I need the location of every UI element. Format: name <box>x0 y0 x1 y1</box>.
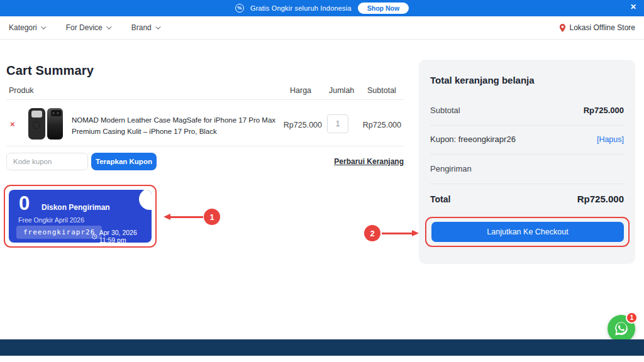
shipping-row: Pengiriman <box>430 164 624 173</box>
nav-item-label: Brand <box>131 23 152 32</box>
product-price: Rp725.000 <box>282 121 322 129</box>
product-image <box>23 106 68 142</box>
shop-now-button[interactable]: Shop Now <box>358 3 409 14</box>
coupon-code-input[interactable] <box>6 153 88 170</box>
nav-item-brand[interactable]: Brand <box>131 23 159 32</box>
divider <box>6 146 404 146</box>
col-header-jumlah: Jumlah <box>329 86 354 95</box>
store-locator-link[interactable]: Lokasi Offline Store <box>559 23 635 32</box>
percent-icon: % <box>235 4 244 13</box>
cart-page: % Gratis Ongkir seluruh Indonesia Shop N… <box>0 0 644 362</box>
store-locator-label: Lokasi Offline Store <box>569 23 635 32</box>
ticket-notch <box>139 190 152 210</box>
clock-icon <box>92 233 97 240</box>
annotation-arrow-2-head <box>412 230 419 236</box>
product-name[interactable]: NOMAD Modern Leather Case MagSafe for iP… <box>72 115 282 138</box>
quantity-input[interactable] <box>327 114 348 133</box>
annotation-arrow-1-line <box>170 216 203 218</box>
phone-case-back <box>47 108 63 140</box>
notification-badge: 1 <box>626 312 638 324</box>
col-header-harga: Harga <box>290 86 311 95</box>
apply-coupon-button[interactable]: Terapkan Kupon <box>91 153 157 170</box>
update-cart-link[interactable]: Perbarui Keranjang <box>334 157 404 166</box>
subtotal-row: Subtotal Rp725.000 <box>430 106 624 115</box>
col-header-produk: Produk <box>9 86 34 95</box>
coupon-title: Diskon Pengiriman <box>42 203 110 212</box>
chevron-down-icon <box>106 24 111 29</box>
coupon-amount: 0 <box>19 192 30 215</box>
page-title: Cart Summary <box>6 63 94 78</box>
remove-item-button[interactable]: × <box>10 119 15 129</box>
annotation-arrow-1-head <box>164 214 170 220</box>
remove-coupon-link[interactable]: [Hapus] <box>597 135 624 144</box>
phone-case-front <box>28 108 45 140</box>
coupon-row: Kupon: freeongkirapr26 [Hapus] <box>430 134 624 144</box>
promo-banner: % Gratis Ongkir seluruh Indonesia Shop N… <box>0 0 644 16</box>
coupon-expiry: Apr 30, 2026 11:59 pm <box>92 229 152 243</box>
promo-message: Gratis Ongkir seluruh Indonesia <box>250 4 352 12</box>
nav-item-kategori[interactable]: Kategori <box>9 23 45 32</box>
annotation-step-2: 2 <box>364 225 380 241</box>
line-subtotal: Rp725.000 <box>362 121 401 129</box>
whatsapp-icon <box>613 321 630 337</box>
divider <box>6 99 404 100</box>
divider <box>430 125 624 126</box>
total-row: Total Rp725.000 <box>430 194 624 204</box>
main-nav: Kategori For Device Brand Lokasi Offline… <box>0 16 644 40</box>
col-header-subtotal: Subtotal <box>367 86 396 95</box>
checkout-button[interactable]: Lanjutkan Ke Checkout <box>431 222 624 242</box>
annotation-arrow-2-line <box>382 233 412 234</box>
annotation-step-1: 1 <box>204 209 220 225</box>
coupon-subtitle: Free Ongkir April 2026 <box>18 216 84 224</box>
divider <box>430 184 624 184</box>
nav-item-label: For Device <box>66 23 103 32</box>
nav-item-for-device[interactable]: For Device <box>66 23 110 32</box>
nav-item-label: Kategori <box>9 23 37 32</box>
divider <box>430 154 624 155</box>
chevron-down-icon <box>41 24 46 29</box>
coupon-code: freeongkirapr26 <box>16 226 102 239</box>
footer-bar <box>0 339 644 356</box>
location-pin-icon <box>559 24 566 32</box>
close-icon[interactable]: ✕ <box>630 3 636 11</box>
chevron-down-icon <box>155 24 160 29</box>
coupon-card[interactable]: 0 Diskon Pengiriman Free Ongkir April 20… <box>9 190 152 243</box>
totals-title: Total keranjang belanja <box>430 75 535 85</box>
